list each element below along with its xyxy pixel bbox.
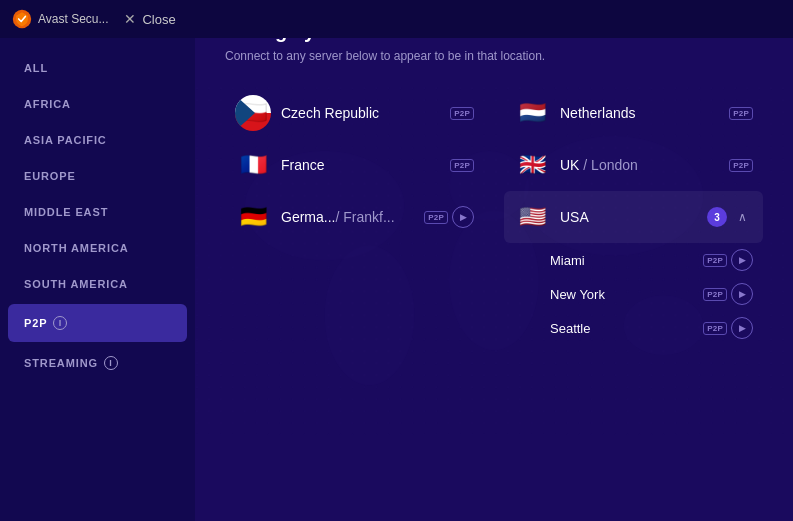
location-item-uk[interactable]: 🇬🇧 UK / London P2P [504,139,763,191]
sidebar: ALL AFRICA ASIA PACIFIC EUROPE MIDDLE EA… [0,0,195,521]
flag-france: 🇫🇷 [235,147,271,183]
flag-netherlands: 🇳🇱 [514,95,550,131]
location-item-seattle[interactable]: Seattle P2P ▶ [504,311,763,345]
header-bar: Avast Secu... ✕ Close [0,0,793,38]
badge-row-nl: P2P [729,107,753,120]
sidebar-item-p2p[interactable]: P2P i [8,304,187,342]
left-column: 🇨🇿 Czech Republic P2P 🇫🇷 France P2P [225,87,484,345]
app-container: Avast Secu... ✕ Close ALL AFRICA ASIA PA… [0,0,793,521]
badge-row-new-york: P2P ▶ [703,283,753,305]
avast-logo-text: Avast Secu... [38,12,108,26]
badge-row-de: P2P ▶ [424,206,474,228]
location-name-germany: Germa.../ Frankf... [281,209,414,225]
sidebar-item-streaming-label: STREAMING [24,357,98,369]
flag-usa: 🇺🇸 [514,199,550,235]
p2p-info-icon[interactable]: i [53,316,67,330]
chevron-up-icon[interactable]: ∧ [731,206,753,228]
play-button-seattle[interactable]: ▶ [731,317,753,339]
p2p-badge-seattle: P2P [703,322,727,335]
sidebar-item-p2p-label: P2P [24,317,47,329]
badge-row-seattle: P2P ▶ [703,317,753,339]
sidebar-item-europe[interactable]: EUROPE [0,158,195,194]
sidebar-item-all[interactable]: ALL [0,50,195,86]
badge-row-fr: P2P [450,159,474,172]
location-name-seattle: Seattle [550,321,703,336]
p2p-badge-de: P2P [424,211,448,224]
location-name-new-york: New York [550,287,703,302]
location-name-netherlands: Netherlands [560,105,719,121]
sidebar-item-north-america[interactable]: NORTH AMERICA [0,230,195,266]
location-item-czech-republic[interactable]: 🇨🇿 Czech Republic P2P [225,87,484,139]
p2p-badge-miami: P2P [703,254,727,267]
count-badge-usa: 3 [707,207,727,227]
location-name-miami: Miami [550,253,703,268]
flag-germany: 🇩🇪 [235,199,271,235]
p2p-badge-uk: P2P [729,159,753,172]
location-item-miami[interactable]: Miami P2P ▶ [504,243,763,277]
location-item-germany[interactable]: 🇩🇪 Germa.../ Frankf... P2P ▶ [225,191,484,243]
badge-row-uk: P2P [729,159,753,172]
location-item-france[interactable]: 🇫🇷 France P2P [225,139,484,191]
p2p-badge-cz: P2P [450,107,474,120]
location-item-netherlands[interactable]: 🇳🇱 Netherlands P2P [504,87,763,139]
play-button-miami[interactable]: ▶ [731,249,753,271]
p2p-badge-fr: P2P [450,159,474,172]
close-icon: ✕ [124,11,136,27]
sidebar-item-middle-east[interactable]: MIDDLE EAST [0,194,195,230]
location-name-france: France [281,157,440,173]
location-name-czech-republic: Czech Republic [281,105,440,121]
play-button-de[interactable]: ▶ [452,206,474,228]
streaming-info-icon[interactable]: i [104,356,118,370]
avast-logo-icon [12,9,32,29]
badge-row-cz: P2P [450,107,474,120]
play-button-new-york[interactable]: ▶ [731,283,753,305]
flag-uk: 🇬🇧 [514,147,550,183]
flag-czech-republic: 🇨🇿 [235,95,271,131]
sidebar-item-south-america[interactable]: SOUTH AMERICA [0,266,195,302]
p2p-badge-nl: P2P [729,107,753,120]
location-grid: 🇨🇿 Czech Republic P2P 🇫🇷 France P2P [225,87,763,345]
sidebar-item-asia-pacific[interactable]: ASIA PACIFIC [0,122,195,158]
badge-row-usa: 3 ∧ [707,206,753,228]
page-subtitle: Connect to any server below to appear to… [225,49,763,63]
sidebar-item-africa[interactable]: AFRICA [0,86,195,122]
main-content: Change your location Connect to any serv… [195,0,793,521]
close-button[interactable]: ✕ Close [124,11,175,27]
avast-logo: Avast Secu... [12,9,108,29]
location-name-uk: UK / London [560,157,719,173]
location-item-new-york[interactable]: New York P2P ▶ [504,277,763,311]
location-item-usa[interactable]: 🇺🇸 USA 3 ∧ [504,191,763,243]
sidebar-item-streaming[interactable]: STREAMING i [0,344,195,382]
right-column: 🇳🇱 Netherlands P2P 🇬🇧 UK / London P2P [504,87,763,345]
close-label: Close [142,12,175,27]
p2p-badge-new-york: P2P [703,288,727,301]
badge-row-miami: P2P ▶ [703,249,753,271]
location-name-usa: USA [560,209,697,225]
